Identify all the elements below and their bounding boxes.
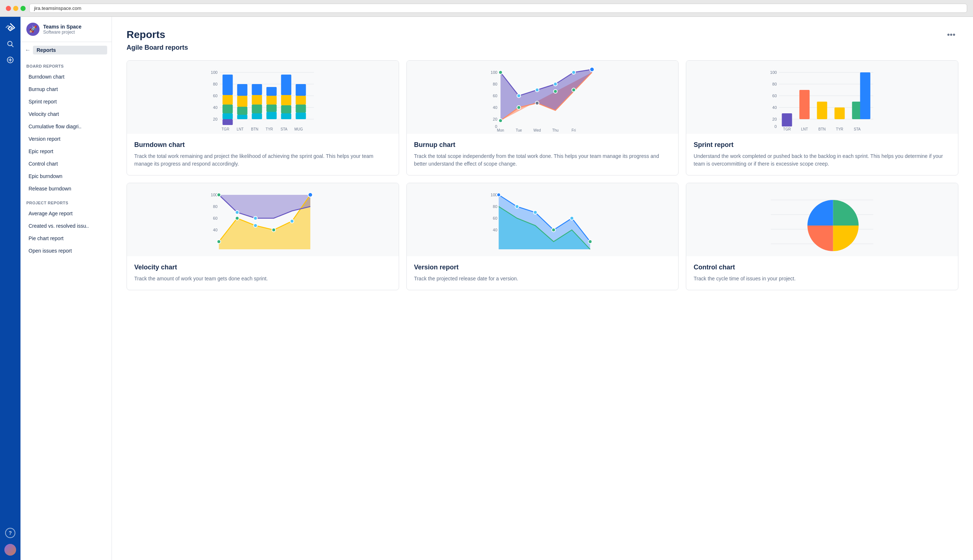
svg-rect-82 <box>800 90 810 119</box>
svg-rect-35 <box>281 113 291 119</box>
svg-point-99 <box>235 210 239 214</box>
control-card[interactable]: Control chart Track the cycle time of is… <box>686 183 958 290</box>
sidebar-item-velocity[interactable]: Velocity chart <box>23 108 109 120</box>
burndown-title: Burndown chart <box>134 141 391 149</box>
svg-point-100 <box>254 217 257 220</box>
icon-rail: ? <box>0 17 20 560</box>
svg-rect-86 <box>860 72 871 119</box>
sidebar-item-cumulative[interactable]: Cumulative flow diagri.. <box>23 121 109 132</box>
svg-text:60: 60 <box>493 93 497 98</box>
svg-rect-29 <box>266 96 276 105</box>
svg-text:40: 40 <box>213 228 217 232</box>
project-name: Teams in Space <box>43 24 82 30</box>
svg-rect-34 <box>281 105 291 113</box>
sidebar-item-open-issues[interactable]: Open issues report <box>23 245 109 257</box>
sprint-chart: 100 80 60 40 20 0 <box>686 61 958 134</box>
sidebar-item-sprint[interactable]: Sprint report <box>23 96 109 107</box>
svg-text:LNT: LNT <box>801 127 808 131</box>
svg-rect-19 <box>222 119 232 125</box>
velocity-card[interactable]: 100 80 60 40 <box>127 183 399 290</box>
svg-rect-38 <box>296 105 306 113</box>
search-icon[interactable] <box>4 37 17 50</box>
project-type: Software project <box>43 30 82 35</box>
svg-rect-27 <box>252 113 262 119</box>
version-desc: Track the projected release date for a v… <box>414 275 671 283</box>
svg-point-64 <box>590 67 594 72</box>
sidebar-item-epic-burndown[interactable]: Epic burndown <box>23 170 109 182</box>
svg-rect-37 <box>296 96 306 105</box>
svg-text:Fri: Fri <box>571 128 576 132</box>
svg-text:100: 100 <box>490 193 497 197</box>
sidebar-item-release-burndown[interactable]: Release burndown <box>23 183 109 195</box>
more-options-button[interactable]: ••• <box>944 28 958 41</box>
minimize-dot[interactable] <box>13 6 18 11</box>
svg-text:Tue: Tue <box>516 128 522 132</box>
address-bar[interactable]: jira.teamsinspace.com <box>29 4 967 13</box>
svg-point-118 <box>588 240 592 243</box>
sidebar-item-version[interactable]: Version report <box>23 133 109 145</box>
help-icon[interactable]: ? <box>5 528 15 538</box>
svg-text:80: 80 <box>772 82 777 86</box>
burnup-title: Burnup chart <box>414 141 671 149</box>
svg-point-56 <box>535 101 539 105</box>
sidebar-item-burnup[interactable]: Burnup chart <box>23 83 109 95</box>
svg-point-55 <box>517 106 520 109</box>
control-title: Control chart <box>694 263 951 271</box>
jira-logo[interactable] <box>4 21 17 34</box>
app-container: ? 🚀 Teams in Space Software project ← Re… <box>0 17 973 560</box>
svg-text:TGR: TGR <box>222 127 229 131</box>
svg-rect-30 <box>266 105 276 112</box>
svg-text:60: 60 <box>213 216 217 220</box>
burnup-card[interactable]: 100 80 60 40 20 0 <box>406 60 679 175</box>
svg-text:40: 40 <box>493 228 497 232</box>
sidebar-item-burndown[interactable]: Burndown chart <box>23 71 109 83</box>
svg-rect-24 <box>252 84 262 95</box>
project-info: Teams in Space Software project <box>43 24 82 35</box>
svg-point-59 <box>498 70 502 74</box>
burnup-desc: Track the total scope independently from… <box>414 152 671 168</box>
svg-point-113 <box>497 193 500 197</box>
browser-chrome: jira.teamsinspace.com <box>0 0 973 17</box>
create-icon[interactable] <box>4 53 17 67</box>
svg-text:100: 100 <box>490 70 497 75</box>
version-title: Version report <box>414 263 671 271</box>
project-reports-label: PROJECT REPORTS <box>20 195 112 207</box>
svg-point-62 <box>553 82 557 86</box>
user-avatar[interactable] <box>4 544 16 556</box>
svg-point-103 <box>254 224 257 227</box>
sidebar-item-epic[interactable]: Epic report <box>23 145 109 157</box>
sidebar-item-average-age[interactable]: Average Age report <box>23 208 109 219</box>
control-chart <box>686 183 958 256</box>
svg-text:40: 40 <box>213 105 217 110</box>
back-nav[interactable]: ← Reports <box>20 42 112 58</box>
sidebar-item-pie-chart[interactable]: Pie chart report <box>23 232 109 244</box>
close-dot[interactable] <box>6 6 11 11</box>
svg-rect-25 <box>252 95 262 105</box>
burndown-desc: Track the total work remaining and proje… <box>134 152 391 168</box>
svg-text:0: 0 <box>775 124 777 129</box>
version-card[interactable]: 100 80 60 40 <box>406 183 679 290</box>
sidebar-item-control[interactable]: Control chart <box>23 158 109 170</box>
svg-text:TGR: TGR <box>783 127 791 131</box>
project-avatar: 🚀 <box>26 23 40 36</box>
svg-text:TYR: TYR <box>266 127 273 131</box>
sidebar-item-created-vs-resolved[interactable]: Created vs. resolved issu.. <box>23 220 109 232</box>
maximize-dot[interactable] <box>20 6 26 11</box>
svg-point-104 <box>272 228 276 232</box>
burndown-card[interactable]: 100 80 60 40 20 <box>127 60 399 175</box>
svg-point-60 <box>517 94 520 98</box>
svg-rect-22 <box>237 107 247 115</box>
svg-rect-23 <box>237 115 247 119</box>
back-arrow-icon: ← <box>25 47 31 53</box>
svg-rect-84 <box>835 107 845 119</box>
svg-point-106 <box>308 193 313 197</box>
sprint-desc: Understand the work completed or pushed … <box>694 152 951 168</box>
svg-point-114 <box>515 205 519 208</box>
svg-text:Wed: Wed <box>533 128 541 132</box>
svg-point-98 <box>217 193 221 197</box>
burnup-chart: 100 80 60 40 20 0 <box>407 61 679 134</box>
main-content: Reports ••• Agile Board reports 100 80 6… <box>112 17 973 560</box>
svg-point-58 <box>572 88 575 92</box>
sprint-card[interactable]: 100 80 60 40 20 0 <box>686 60 958 175</box>
svg-text:60: 60 <box>772 93 777 98</box>
